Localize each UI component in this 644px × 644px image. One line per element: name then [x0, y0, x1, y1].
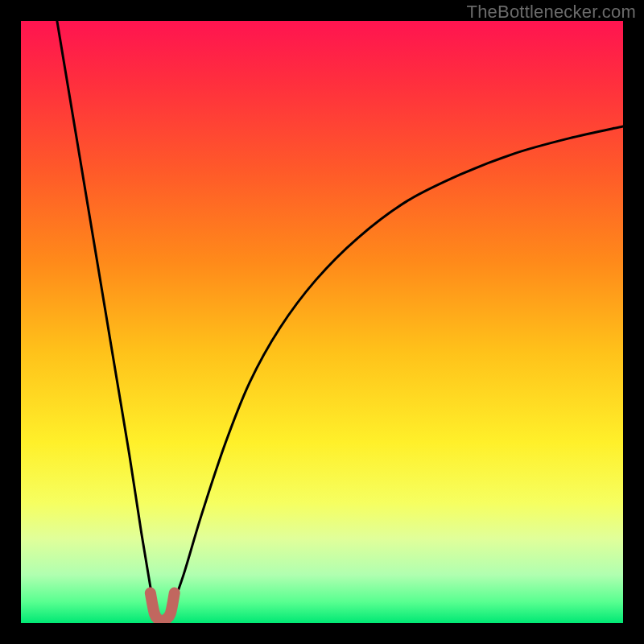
gradient-background — [21, 21, 623, 623]
watermark-text: TheBottlenecker.com — [467, 2, 636, 23]
bottleneck-plot — [21, 21, 623, 623]
chart-frame: TheBottlenecker.com — [0, 0, 644, 644]
